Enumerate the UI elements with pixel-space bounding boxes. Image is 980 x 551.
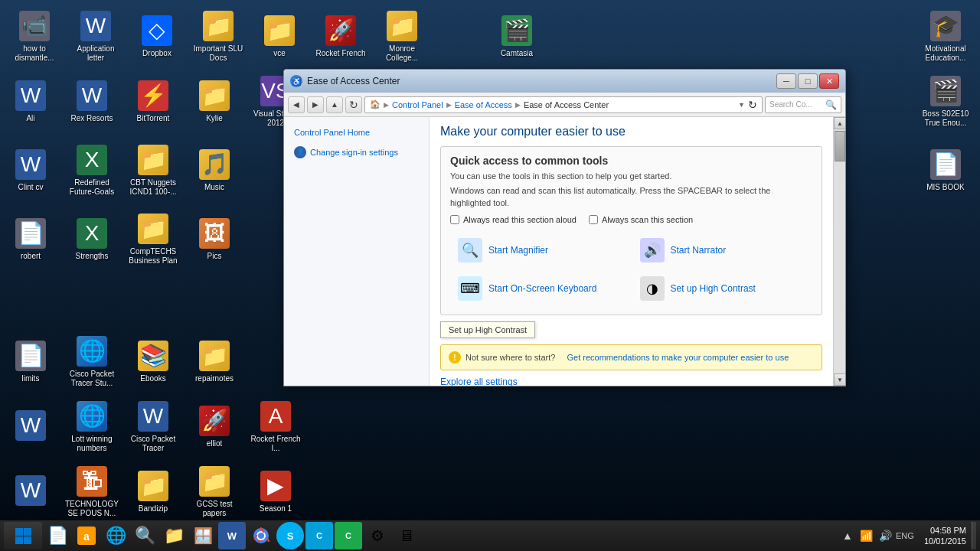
sidebar-change-signin[interactable]: 👤 Change sign-in settings xyxy=(290,144,423,161)
tool-high-contrast-label[interactable]: Set up High Contrast xyxy=(671,283,756,294)
search-icon[interactable]: 🔍 xyxy=(825,99,837,110)
desktop-icon-robert[interactable]: 📄 robert xyxy=(0,207,61,272)
breadcrumb-control-panel[interactable]: Control Panel xyxy=(392,100,443,109)
sidebar-control-panel-home[interactable]: Control Panel Home xyxy=(290,125,423,140)
scroll-track[interactable] xyxy=(834,129,845,373)
desktop-icon-rocket-french-i[interactable]: 🚀 elliot xyxy=(184,394,245,459)
desktop-icon-mis-book[interactable]: 📄 MIS BOOK xyxy=(915,138,976,203)
show-desktop-button[interactable] xyxy=(972,522,976,549)
desktop-icon-bittorrent[interactable]: ⚡ BitTorrent xyxy=(122,69,184,134)
taskbar-word-icon[interactable]: W xyxy=(218,522,246,549)
desktop-icon-camtasia[interactable]: 🎬 Camtasia xyxy=(486,4,547,69)
desktop-icon-redefined[interactable]: X Redefined Future-Goals xyxy=(61,138,122,203)
desktop-icon-vce[interactable]: 📁 vce xyxy=(249,4,310,69)
up-button[interactable]: ▲ xyxy=(326,96,343,113)
minimize-button[interactable]: ─ xyxy=(776,73,796,89)
taskbar-settings-icon[interactable]: ⚙ xyxy=(364,522,391,549)
desktop-icon-technology[interactable]: W xyxy=(0,459,61,524)
desktop-icon-cisco-tracer[interactable]: 🌐 Lott winning numbers xyxy=(61,394,122,459)
notice-icon: ! xyxy=(449,351,461,364)
checkbox-always-scan[interactable]: Always scan this section xyxy=(589,215,693,224)
desktop-icon-season1[interactable]: 📁 GCSS test papers xyxy=(184,459,245,524)
tool-osk-label[interactable]: Start On-Screen Keyboard xyxy=(488,283,596,294)
desktop-icon-dropbox[interactable]: ◇ Dropbox xyxy=(126,4,188,69)
tray-volume-icon[interactable]: 🔊 xyxy=(878,528,893,543)
desktop-icon-label: Cisco Packet Tracer xyxy=(126,435,180,453)
search-box[interactable]: Search Co... 🔍 xyxy=(765,96,841,113)
tray-ime-icon[interactable]: ENG xyxy=(897,528,913,543)
tray-network-icon[interactable]: 📶 xyxy=(859,528,874,543)
refresh-button[interactable]: ↻ xyxy=(345,96,362,113)
desktop-icon-cbt-nuggets[interactable]: 📁 CBT Nuggets ICND1 100-... xyxy=(122,138,184,203)
desktop-icon-bandizip[interactable]: 🗜 TECHNOLOGY SE POUS N... xyxy=(61,459,122,524)
desktop-icon-application-letter[interactable]: W Application letter xyxy=(65,4,126,69)
tool-osk[interactable]: ⌨ Start On-Screen Keyboard xyxy=(450,270,631,307)
window-titlebar[interactable]: ♿ Ease of Access Center ─ □ ✕ xyxy=(284,70,845,93)
dropbox-icon: ◇ xyxy=(142,15,172,46)
tool-high-contrast[interactable]: ◑ Set up High Contrast xyxy=(632,270,813,307)
scroll-thumb[interactable] xyxy=(835,131,845,161)
desktop-icon-rex-resorts[interactable]: W Rex Resorts xyxy=(61,69,122,134)
desktop-icon-elliot[interactable]: W Cisco Packet Tracer xyxy=(122,394,184,459)
desktop-icon-lott-winning[interactable]: W xyxy=(0,394,61,459)
desktop-icon-kylie[interactable]: 📁 Kylie xyxy=(184,69,245,134)
desktop-icon-cisco-student[interactable]: 🌐 Cisco Packet Tracer Stu... xyxy=(61,329,122,394)
taskbar-ie-icon[interactable]: 🌐 xyxy=(102,522,129,549)
camtasia-icon: 🎬 xyxy=(501,15,532,46)
desktop-icon-adobe-reader[interactable]: A Rocket French I... xyxy=(245,394,306,459)
window-scrollbar[interactable]: ▲ ▼ xyxy=(833,117,845,386)
kylie-icon: 📁 xyxy=(199,80,230,111)
desktop-icon-ali[interactable]: W Ali xyxy=(0,69,61,134)
taskbar-chrome-icon[interactable] xyxy=(247,522,275,549)
start-button[interactable] xyxy=(4,522,42,549)
desktop-icon-monroe[interactable]: 📁 Monroe College... xyxy=(371,4,433,69)
desktop-icon-music[interactable]: 🎵 Music xyxy=(184,138,245,203)
explore-all-link[interactable]: Explore all settings xyxy=(440,377,822,386)
tool-magnifier-label[interactable]: Start Magnifier xyxy=(488,245,548,256)
desktop-icon-motivational[interactable]: 🎓 Motivational Education... xyxy=(915,4,976,69)
tool-narrator[interactable]: 🔊 Start Narrator xyxy=(632,232,813,269)
breadcrumb-ease-of-access[interactable]: Ease of Access xyxy=(455,100,512,109)
desktop-icon-comptechs[interactable]: 📁 CompTECHS Business Plan xyxy=(122,207,184,272)
scroll-up-button[interactable]: ▲ xyxy=(834,117,845,129)
desktop-icon-boss[interactable]: 🎬 Boss S02E10 True Enou... xyxy=(915,69,976,134)
taskbar-pdf-icon[interactable]: 📄 xyxy=(44,522,71,549)
notice-link[interactable]: Get recommendations to make your compute… xyxy=(567,353,789,362)
maximize-button[interactable]: □ xyxy=(798,73,818,89)
taskbar-cisco-icon2[interactable]: C xyxy=(335,522,362,549)
address-dropdown-arrow[interactable]: ▼ xyxy=(738,101,745,109)
taskbar-search-icon[interactable]: 🔍 xyxy=(131,522,158,549)
scroll-down-button[interactable]: ▼ xyxy=(834,373,845,386)
taskbar-monitor-icon[interactable]: 🖥 xyxy=(393,522,420,549)
taskbar-clock[interactable]: 04:58 PM 10/01/2015 xyxy=(920,525,970,547)
desktop-icon-strengths[interactable]: X Strengths xyxy=(61,207,122,272)
taskbar-folder-icon[interactable]: 📁 xyxy=(160,522,188,549)
osk-icon: ⌨ xyxy=(458,276,482,301)
desktop-icon-gcss[interactable]: 📁 Bandizip xyxy=(122,459,184,524)
desktop-icon-rocket-french[interactable]: 🚀 Rocket French xyxy=(310,4,371,69)
checkbox-always-read[interactable]: Always read this section aloud xyxy=(450,215,577,224)
forward-button[interactable]: ▶ xyxy=(307,96,324,113)
always-scan-checkbox[interactable] xyxy=(589,215,598,224)
desktop-icon-label: Dropbox xyxy=(142,49,172,58)
desktop-icon-repairnotes[interactable]: 📁 repairnotes xyxy=(184,329,245,394)
close-button[interactable]: ✕ xyxy=(819,73,839,89)
taskbar-amazon-icon[interactable]: a xyxy=(73,522,100,549)
taskbar-skype-icon[interactable]: S xyxy=(276,522,304,549)
taskbar-cisco-icon1[interactable]: C xyxy=(305,522,333,549)
desktop-icon-important-slu[interactable]: 📁 Important SLU Docs xyxy=(188,4,249,69)
desktop-icon-clint-cv[interactable]: W Clint cv xyxy=(0,138,61,203)
address-bar[interactable]: 🏠 ▶ Control Panel ▶ Ease of Access ▶ Eas… xyxy=(364,96,763,113)
tool-narrator-label[interactable]: Start Narrator xyxy=(671,245,727,256)
desktop-icon-how-to-dismantle[interactable]: 📹 how to dismantle... xyxy=(4,4,65,69)
desktop-icon-pics[interactable]: 🖼 Pics xyxy=(184,207,245,272)
desktop-icon-vce-player[interactable]: ▶ Season 1 xyxy=(245,459,306,524)
tool-magnifier[interactable]: 🔍 Start Magnifier xyxy=(450,232,631,269)
desktop-icon-ebooks[interactable]: 📚 Ebooks xyxy=(122,329,184,394)
taskbar-windows-icon[interactable]: 🪟 xyxy=(189,522,217,549)
address-reload[interactable]: ↻ xyxy=(748,99,757,111)
tray-expand-icon[interactable]: ▲ xyxy=(840,528,855,543)
back-button[interactable]: ◀ xyxy=(288,96,305,113)
desktop-icon-limits[interactable]: 📄 limits xyxy=(0,329,61,394)
always-read-checkbox[interactable] xyxy=(450,215,459,224)
